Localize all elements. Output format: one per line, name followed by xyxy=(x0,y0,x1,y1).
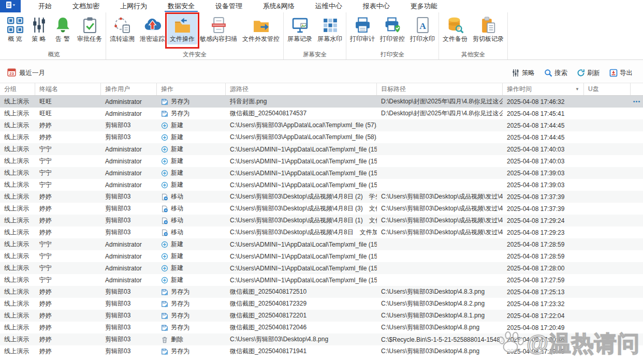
column-header-源路径[interactable]: 源路径 xyxy=(226,83,377,95)
cell-operation: 移动 xyxy=(157,191,226,203)
ribbon-button-策略[interactable]: 策 略 xyxy=(27,14,51,44)
table-row[interactable]: 线上演示婷婷剪辑部03另存为微信截图_20250408171941C:\User… xyxy=(0,345,643,357)
cell-source-path: 微信截图_20250408171941 xyxy=(226,345,377,357)
cell-operation: 另存为 xyxy=(157,345,226,357)
table-row[interactable]: 线上演示婷婷剪辑部03另存为微信截图_20250408172201C:\User… xyxy=(0,310,643,322)
menu-tab-开始[interactable]: 开始 xyxy=(28,0,62,12)
saveas-operation-icon xyxy=(161,348,168,355)
sort-dropdown-icon[interactable]: ▼ xyxy=(575,87,581,92)
menu-tab-报表中心[interactable]: 报表中心 xyxy=(353,0,400,12)
column-header-分组[interactable]: 分组 xyxy=(0,83,35,95)
cell-operation: 新建 xyxy=(157,179,226,191)
table-row[interactable]: 线上演示婷婷剪辑部03另存为微信截图_20250408172046C:\User… xyxy=(0,322,643,333)
table-row[interactable]: 线上演示婷婷剪辑部03新建C:\Users\剪辑部03\AppData\Loca… xyxy=(0,119,643,131)
column-header-U盘[interactable]: U盘 xyxy=(584,83,631,95)
column-header-终端名[interactable]: 终端名 xyxy=(35,83,101,95)
刷新-action-button[interactable]: 刷新 xyxy=(577,69,600,78)
table-row[interactable]: 线上演示旺旺Administrator另存为抖音封面.pngD:\Desktop… xyxy=(0,96,643,108)
column-header-操作用户[interactable]: 操作用户 xyxy=(101,83,157,95)
导出-action-button[interactable]: 导出 xyxy=(609,69,633,78)
ribbon-button-剪切板记录[interactable]: 剪切板记录 xyxy=(470,14,506,44)
menu-tab-数据安全[interactable]: 数据安全 xyxy=(157,0,205,12)
content: 23 最近一月 策略搜索刷新导出 分组终端名操作用户操作源路径目标路径操作时间▼… xyxy=(0,60,643,357)
ribbon-button-审批任务[interactable]: 审批任务 xyxy=(75,14,105,44)
table-row[interactable]: 线上演示宁宁Administrator新建C:\Users\ADMINI~1\A… xyxy=(0,250,643,262)
ribbon-button-敏感内容扫描[interactable]: 敏感内容扫描 xyxy=(197,14,240,44)
table-row[interactable]: 线上演示宁宁Administrator新建C:\Users\ADMINI~1\A… xyxy=(0,262,643,274)
ribbon-button-label: 告 警 xyxy=(55,35,69,43)
new-operation-icon xyxy=(161,265,168,272)
cell-user: 剪辑部03 xyxy=(101,345,157,357)
table-row[interactable]: 线上演示婷婷剪辑部03新建C:\Users\剪辑部03\AppData\Loca… xyxy=(0,131,643,143)
cell-operation: 移动 xyxy=(157,215,226,226)
ribbon-button-告警[interactable]: 告 警 xyxy=(51,14,75,44)
cell-operation-time: 2025-04-08 17:37:39 xyxy=(503,191,584,203)
ribbon: 概 览策 略告 警审批任务概览流转追溯泄密追踪文件操作敏感内容扫描文件外发管控文… xyxy=(0,12,643,60)
cell-usb xyxy=(584,226,631,238)
cell-terminal: 婷婷 xyxy=(35,298,101,310)
cell-operation-time: 2025-04-08 17:28:59 xyxy=(503,238,584,250)
cell-target-path xyxy=(377,238,503,250)
column-header-目标路径[interactable]: 目标路径 xyxy=(377,83,503,95)
column-header-操作[interactable]: 操作 xyxy=(157,83,226,95)
ribbon-button-屏幕记录[interactable]: 屏幕记录 xyxy=(285,14,315,44)
table-row[interactable]: 线上演示婷婷剪辑部03移动C:\Users\剪辑部03\Desktop\成品视频… xyxy=(0,226,643,238)
搜索-action-button[interactable]: 搜索 xyxy=(544,69,567,78)
table-row[interactable]: 线上演示宁宁Administrator新建C:\Users\ADMINI~1\A… xyxy=(0,167,643,179)
table-row[interactable]: 线上演示婷婷剪辑部03另存为微信截图_20250408172329C:\User… xyxy=(0,298,643,310)
table-row[interactable]: 线上演示宁宁Administrator新建C:\Users\ADMINI~1\A… xyxy=(0,238,643,250)
cell-operation-time: 2025-04-08 17:44:45 xyxy=(503,131,584,143)
menu-tab-更多功能[interactable]: 更多功能 xyxy=(400,0,448,12)
table-row[interactable]: 线上演示婷婷剪辑部03移动C:\Users\剪辑部03\Desktop\成品视频… xyxy=(0,191,643,203)
table-row[interactable]: 线上演示旺旺Administrator另存为微信截图_2025040817453… xyxy=(0,108,643,119)
date-range-filter[interactable]: 23 最近一月 xyxy=(7,68,45,78)
table-row[interactable]: 线上演示婷婷剪辑部03移动C:\Users\剪辑部03\Desktop\成品视频… xyxy=(0,203,643,215)
cell-operation-time: 2025-04-08 17:27:59 xyxy=(503,274,584,286)
cell-terminal: 婷婷 xyxy=(35,215,101,226)
策略-action-button[interactable]: 策略 xyxy=(512,69,535,78)
ribbon-button-流转追溯[interactable]: 流转追溯 xyxy=(107,14,137,44)
ribbon-button-概览[interactable]: 概 览 xyxy=(3,14,27,44)
cell-target-path: C:\Users\剪辑部03\Desktop\4.8.png xyxy=(377,345,503,357)
ribbon-button-打印管控[interactable]: 打印管控 xyxy=(377,14,407,44)
saveas-operation-icon xyxy=(161,289,168,296)
table-row[interactable]: 线上演示宁宁Administrator新建C:\Users\ADMINI~1\A… xyxy=(0,274,643,286)
cell-usb xyxy=(584,310,631,322)
column-header-操作时间[interactable]: 操作时间▼ xyxy=(503,83,584,95)
ribbon-button-打印审计[interactable]: 打印审计 xyxy=(347,14,377,44)
svg-text:A: A xyxy=(419,20,426,31)
menu-tab-上网行为[interactable]: 上网行为 xyxy=(110,0,157,12)
cell-operation: 新建 xyxy=(157,167,226,179)
row-more-button[interactable]: ••• xyxy=(633,99,641,104)
saveas-operation-icon xyxy=(161,110,168,117)
table-row[interactable]: 线上演示婷婷剪辑部03删除C:\Users\剪辑部03\Desktop\4.8.… xyxy=(0,333,643,345)
cell-user: Administrator xyxy=(101,262,157,274)
ribbon-button-文件外发管控[interactable]: 文件外发管控 xyxy=(240,14,282,44)
cell-group: 线上演示 xyxy=(0,238,35,250)
table-row[interactable]: 线上演示婷婷剪辑部03移动C:\Users\剪辑部03\Desktop\成品视频… xyxy=(0,215,643,226)
cell-terminal: 宁宁 xyxy=(35,155,101,167)
ribbon-button-文件备份[interactable]: 文件备份 xyxy=(440,14,470,44)
cell-group: 线上演示 xyxy=(0,345,35,357)
ribbon-button-文件操作[interactable]: 文件操作 xyxy=(167,14,197,44)
app-menu-button[interactable] xyxy=(0,0,21,12)
ribbon-button-label: 文件操作 xyxy=(170,35,195,43)
ribbon-button-屏幕水印[interactable]: 屏幕水印 xyxy=(315,14,345,44)
ribbon-button-打印水印[interactable]: A打印水印 xyxy=(407,14,437,44)
cell-group: 线上演示 xyxy=(0,226,35,238)
table-row[interactable]: 线上演示宁宁Administrator新建C:\Users\ADMINI~1\A… xyxy=(0,179,643,191)
table-row[interactable]: 线上演示宁宁Administrator新建C:\Users\ADMINI~1\A… xyxy=(0,155,643,167)
cell-user: Administrator xyxy=(101,274,157,286)
ribbon-button-泄密追踪[interactable]: 泄密追踪 xyxy=(137,14,167,44)
menu-tab-系统&网络[interactable]: 系统&网络 xyxy=(253,0,305,12)
table-row[interactable]: 线上演示宁宁Administrator新建C:\Users\ADMINI~1\A… xyxy=(0,143,643,155)
cell-user: 剪辑部03 xyxy=(101,191,157,203)
operation-label: 另存为 xyxy=(171,97,189,106)
saveas-operation-icon xyxy=(161,98,168,105)
menu-tab-文档加密[interactable]: 文档加密 xyxy=(62,0,110,12)
menu-tab-设备管理[interactable]: 设备管理 xyxy=(205,0,253,12)
cell-gutter xyxy=(631,262,643,274)
table-row[interactable]: 线上演示婷婷剪辑部03另存为微信截图_20250408172510C:\User… xyxy=(0,286,643,298)
cell-terminal: 婷婷 xyxy=(35,322,101,333)
menu-tab-运维中心[interactable]: 运维中心 xyxy=(305,0,353,12)
